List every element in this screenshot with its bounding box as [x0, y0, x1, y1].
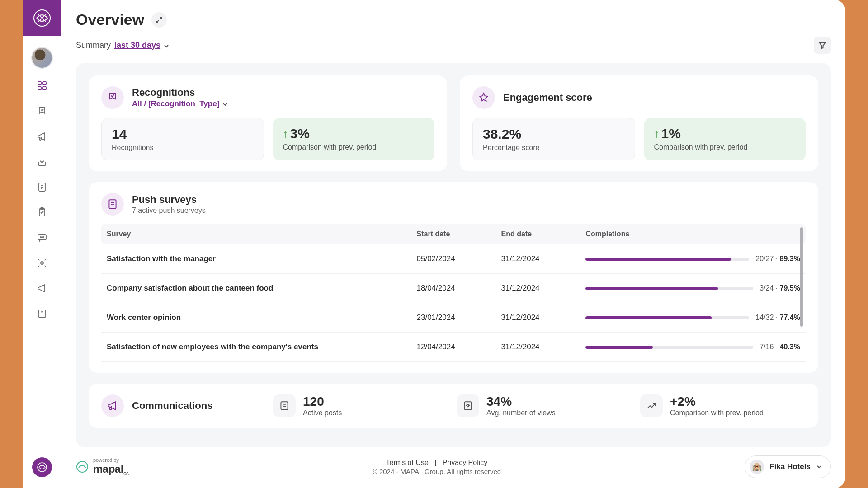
- communications-card: Communications 120 Active posts 34% Avg.…: [89, 384, 818, 428]
- recognitions-count-box: 14 Recognitions: [101, 118, 264, 160]
- sidebar-brand-button[interactable]: [32, 457, 52, 477]
- nav-announce-icon[interactable]: [36, 282, 48, 295]
- svg-point-12: [40, 237, 41, 238]
- engagement-card: Engagement score 38.2% Percentage score …: [460, 75, 818, 171]
- nav-surveys-icon[interactable]: [36, 206, 48, 219]
- nav-campaigns-icon[interactable]: [36, 130, 48, 143]
- expand-button[interactable]: [151, 12, 167, 28]
- period-selector[interactable]: last 30 days: [114, 41, 170, 50]
- table-row[interactable]: Satisfaction with the manager05/02/20243…: [101, 244, 806, 274]
- progress-bar: [585, 346, 753, 349]
- brand-suffix: os: [123, 470, 129, 476]
- completion-text: 14/32 · 77.4%: [755, 314, 800, 322]
- recognitions-count-label: Recognitions: [112, 144, 254, 152]
- footer: powered by mapalos Terms of Use | Privac…: [76, 447, 831, 488]
- nav-info-icon[interactable]: [36, 307, 48, 320]
- nav-settings-icon[interactable]: [36, 257, 48, 269]
- col-start: Start date: [411, 224, 496, 244]
- copyright: © 2024 - MAPAL Group. All rights reserve…: [373, 468, 501, 475]
- brand-logo[interactable]: [23, 0, 61, 36]
- user-avatar[interactable]: [31, 47, 53, 69]
- terms-link[interactable]: Terms of Use: [386, 459, 429, 466]
- survey-start: 12/04/2024: [411, 333, 496, 362]
- filter-button[interactable]: [814, 37, 831, 54]
- survey-name: Company satisfaction about the canteen f…: [101, 274, 411, 303]
- engagement-delta-label: Comparison with prev. period: [654, 143, 796, 151]
- svg-rect-26: [464, 402, 471, 409]
- surveys-card: Push surveys 7 active push suerveys Surv…: [89, 182, 818, 373]
- completion-text: 7/16 · 40.3%: [760, 343, 800, 351]
- table-row[interactable]: Work center opinion23/01/202431/12/20241…: [101, 303, 806, 333]
- summary-label: Summary: [76, 41, 111, 50]
- posts-icon: [273, 394, 296, 417]
- footer-brand: powered by mapalos: [76, 457, 129, 477]
- engagement-delta-box: ↑1% Comparison with prev. period: [644, 118, 806, 160]
- survey-start: 23/01/2024: [411, 303, 496, 333]
- survey-start: 18/04/2024: [411, 274, 496, 303]
- svg-point-14: [43, 237, 44, 238]
- surveys-title: Push surveys: [132, 194, 206, 206]
- trend-icon: [640, 394, 663, 417]
- star-icon: [472, 86, 495, 109]
- views-icon: [457, 394, 479, 417]
- svg-point-18: [42, 311, 42, 312]
- engagement-score-box: 38.2% Percentage score: [472, 118, 635, 160]
- table-row[interactable]: Company satisfaction about the canteen f…: [101, 274, 806, 303]
- svg-rect-4: [43, 87, 46, 90]
- engagement-score-label: Percentage score: [483, 144, 625, 152]
- recognitions-filter[interactable]: All / [Recognition_Type]: [132, 99, 228, 108]
- filter-icon: [818, 41, 827, 50]
- table-scrollbar[interactable]: [800, 227, 803, 327]
- org-selector[interactable]: 🏨 Fika Hotels: [745, 455, 831, 478]
- views-value: 34%: [486, 394, 556, 409]
- brand-mark-icon: [76, 460, 89, 473]
- survey-end: 31/12/2024: [495, 303, 580, 333]
- recognitions-count: 14: [112, 127, 254, 142]
- brand-name: mapal: [93, 463, 123, 475]
- org-logo-icon: 🏨: [750, 460, 764, 474]
- arrow-up-icon: ↑: [283, 127, 288, 140]
- surveys-subtitle: 7 active push suerveys: [132, 206, 206, 215]
- privacy-link[interactable]: Privacy Policy: [443, 459, 488, 466]
- recognitions-card: Recognitions All / [Recognition_Type] 14…: [89, 75, 447, 171]
- views-label: Avg. number of views: [486, 409, 556, 417]
- survey-name: Work center opinion: [101, 303, 411, 333]
- badge-icon: [101, 86, 124, 109]
- nav-overview-icon[interactable]: [36, 80, 48, 92]
- svg-rect-1: [38, 82, 41, 85]
- recognitions-filter-text: All / [Recognition_Type]: [132, 99, 219, 108]
- survey-name: Satisfaction with the manager: [101, 244, 411, 274]
- surveys-table: Survey Start date End date Completions S…: [101, 224, 806, 362]
- nav-posts-icon[interactable]: [36, 181, 48, 193]
- period-text: last 30 days: [114, 41, 160, 50]
- survey-start: 05/02/2024: [411, 244, 496, 274]
- arrow-up-icon: ↑: [654, 127, 660, 140]
- megaphone-icon: [101, 394, 124, 417]
- completion-text: 3/24 · 79.5%: [760, 284, 800, 292]
- nav-chat-icon[interactable]: [36, 231, 48, 244]
- posts-label: Active posts: [303, 409, 342, 417]
- sidebar: [23, 0, 61, 488]
- svg-point-13: [42, 237, 42, 238]
- svg-rect-3: [38, 87, 41, 90]
- survey-name: Satisfaction of new employees with the c…: [101, 333, 411, 362]
- powered-by-label: powered by: [93, 457, 129, 463]
- col-end: End date: [495, 224, 580, 244]
- nav-recognitions-icon[interactable]: [36, 105, 48, 117]
- engagement-title: Engagement score: [503, 92, 592, 103]
- recognitions-delta-box: ↑3% Comparison with prev. period: [273, 118, 435, 160]
- communications-title: Communications: [132, 400, 212, 412]
- recognitions-delta: 3%: [290, 126, 310, 141]
- col-completions: Completions: [580, 224, 806, 244]
- expand-icon: [156, 16, 163, 23]
- nav-inbox-icon[interactable]: [36, 155, 48, 168]
- chevron-down-icon: [816, 464, 822, 470]
- engagement-delta: 1%: [661, 126, 681, 141]
- survey-icon: [101, 193, 124, 216]
- table-row[interactable]: Satisfaction of new employees with the c…: [101, 333, 806, 362]
- posts-value: 120: [303, 394, 342, 409]
- comms-delta-value: +2%: [670, 394, 764, 409]
- svg-rect-20: [109, 200, 116, 209]
- org-name: Fika Hotels: [769, 462, 811, 471]
- completion-text: 20/27 · 89.3%: [755, 255, 800, 263]
